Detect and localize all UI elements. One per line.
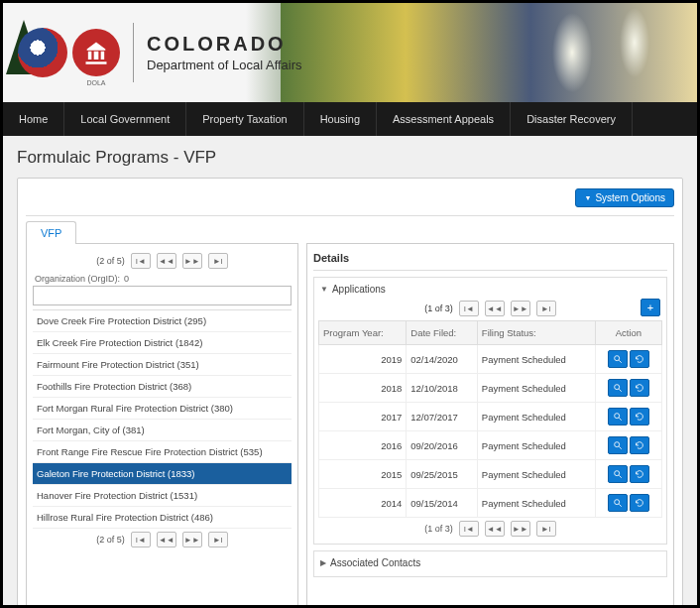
header-divider	[133, 23, 134, 82]
cell-status: Payment Scheduled	[477, 431, 595, 460]
svg-point-10	[615, 499, 620, 504]
refresh-button[interactable]	[630, 436, 649, 454]
view-button[interactable]	[608, 408, 628, 426]
apps-pager-text: (1 of 3)	[424, 304, 453, 313]
nav-local-government[interactable]: Local Government	[64, 102, 186, 136]
view-button[interactable]	[608, 436, 628, 454]
associated-contacts-header[interactable]: ▶ Associated Contacts	[318, 555, 662, 572]
apps-pager-bottom: (1 of 3) I◄ ◄◄ ►► ►I	[318, 518, 662, 540]
tab-vfp[interactable]: VFP	[26, 221, 76, 244]
cell-year: 2019	[319, 345, 407, 374]
pager-next-icon[interactable]: ►►	[182, 532, 202, 547]
org-list-item[interactable]: Galeton Fire Protection District (1833)	[33, 463, 292, 485]
pager-first-icon[interactable]: I◄	[459, 301, 479, 316]
cell-action	[595, 345, 661, 374]
applications-header[interactable]: ▼ Applications	[318, 282, 662, 299]
pager-prev-icon[interactable]: ◄◄	[157, 532, 176, 547]
system-options-button[interactable]: System Options	[575, 188, 674, 207]
applications-table: Program Year: Date Filed: Filing Status:…	[318, 320, 662, 518]
pager-last-icon[interactable]: ►I	[536, 301, 556, 316]
svg-line-7	[619, 446, 622, 449]
view-button[interactable]	[608, 465, 628, 483]
details-title: Details	[313, 250, 667, 271]
pager-last-icon[interactable]: ►I	[208, 253, 228, 269]
applications-label: Applications	[332, 284, 386, 295]
svg-point-6	[615, 441, 620, 446]
pager-last-icon[interactable]: ►I	[536, 521, 556, 537]
org-list-item[interactable]: Front Range Fire Rescue Fire Protection …	[33, 441, 292, 463]
refresh-button[interactable]	[630, 379, 649, 397]
cell-year: 2017	[319, 403, 407, 431]
org-list-item[interactable]: Hanover Fire Protection District (1531)	[33, 485, 292, 507]
cell-action	[595, 489, 661, 518]
pager-first-icon[interactable]: I◄	[131, 532, 151, 547]
organization-list-panel: (2 of 5) I◄ ◄◄ ►► ►I Organization (OrgID…	[26, 243, 298, 608]
table-row: 201509/25/2015Payment Scheduled	[319, 460, 662, 489]
col-date[interactable]: Date Filed:	[407, 321, 478, 345]
pager-first-icon[interactable]: I◄	[459, 521, 479, 537]
org-list-item[interactable]: Hillrose Rural Fire Protection District …	[33, 507, 292, 529]
nav-housing[interactable]: Housing	[304, 102, 377, 136]
nav-property-taxation[interactable]: Property Taxation	[186, 102, 303, 136]
page-header: DOLA COLORADO Department of Local Affair…	[3, 3, 697, 102]
header-scenery	[281, 3, 697, 102]
refresh-button[interactable]	[630, 350, 649, 368]
cell-year: 2014	[319, 489, 407, 518]
table-row: 201609/20/2016Payment Scheduled	[319, 431, 662, 460]
org-list-item[interactable]: Dove Creek Fire Protection District (295…	[33, 310, 292, 332]
org-list-item[interactable]: Fort Morgan Rural Fire Protection Distri…	[33, 398, 292, 420]
col-year[interactable]: Program Year:	[319, 321, 407, 345]
nav-home[interactable]: Home	[3, 102, 64, 136]
org-list-item[interactable]: Elk Creek Fire Protection District (1842…	[33, 332, 292, 354]
pager-prev-icon[interactable]: ◄◄	[485, 521, 505, 537]
header-subtitle: Department of Local Affairs	[147, 58, 302, 72]
view-button[interactable]	[608, 494, 628, 512]
pager-last-icon[interactable]: ►I	[208, 532, 228, 547]
refresh-button[interactable]	[630, 465, 649, 483]
view-button[interactable]	[608, 379, 628, 397]
svg-point-2	[615, 384, 620, 389]
org-list-item[interactable]: Fairmount Fire Protection District (351)	[33, 354, 292, 376]
cell-status: Payment Scheduled	[477, 403, 595, 431]
refresh-button[interactable]	[630, 494, 649, 512]
cell-date: 12/07/2017	[407, 403, 478, 431]
colorado-seal-icon	[18, 28, 67, 77]
cell-date: 09/25/2015	[407, 460, 478, 489]
org-list-item[interactable]: Foothills Fire Protection District (368)	[33, 376, 292, 398]
search-icon	[613, 467, 623, 482]
refresh-button[interactable]	[630, 408, 649, 426]
details-panel: Details ▼ Applications (1 of 3) I◄ ◄◄ ►►…	[306, 243, 674, 608]
pager-next-icon[interactable]: ►►	[182, 253, 202, 269]
caret-down-icon: ▼	[320, 285, 328, 294]
associated-contacts-label: Associated Contacts	[330, 557, 420, 568]
svg-line-9	[619, 475, 622, 478]
main-panel: System Options VFP (2 of 5) I◄ ◄◄ ►► ►I	[17, 178, 683, 608]
cell-date: 02/14/2020	[407, 345, 478, 374]
nav-disaster-recovery[interactable]: Disaster Recovery	[511, 102, 633, 136]
org-count: 0	[124, 274, 129, 284]
dola-logo-icon: DOLA	[72, 29, 120, 76]
nav-assessment-appeals[interactable]: Assessment Appeals	[377, 102, 511, 136]
pager-next-icon[interactable]: ►►	[511, 521, 530, 537]
cell-date: 12/10/2018	[407, 374, 478, 403]
search-icon	[613, 438, 623, 453]
add-application-button[interactable]: +	[641, 299, 660, 316]
pager-first-icon[interactable]: I◄	[131, 253, 151, 269]
view-button[interactable]	[608, 350, 628, 368]
pager-next-icon[interactable]: ►►	[511, 301, 530, 316]
org-pager-text-bottom: (2 of 5)	[96, 535, 125, 545]
org-filter-input[interactable]	[33, 286, 292, 305]
col-action: Action	[595, 321, 661, 345]
cell-status: Payment Scheduled	[477, 374, 595, 403]
org-list-item[interactable]: Fort Morgan, City of (381)	[33, 420, 292, 441]
apps-pager-top: (1 of 3) I◄ ◄◄ ►► ►I +	[318, 299, 662, 318]
pager-prev-icon[interactable]: ◄◄	[157, 253, 176, 269]
org-pager-text: (2 of 5)	[96, 256, 125, 266]
org-filter-label: Organization (OrgID): 0	[33, 272, 292, 286]
pager-prev-icon[interactable]: ◄◄	[485, 301, 505, 316]
col-status[interactable]: Filing Status:	[477, 321, 595, 345]
system-options-label: System Options	[595, 192, 665, 203]
cell-action	[595, 403, 661, 431]
page-title: Formulaic Programs - VFP	[17, 148, 683, 168]
refresh-icon	[635, 467, 644, 482]
